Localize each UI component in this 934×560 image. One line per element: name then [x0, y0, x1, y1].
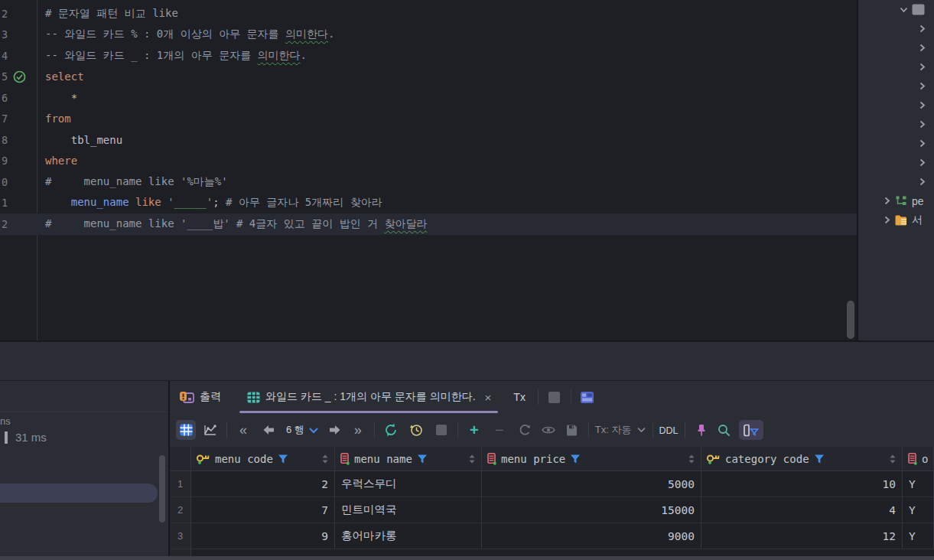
- filter-panel-button[interactable]: [739, 420, 763, 440]
- bottom-scrollbar-strip[interactable]: [0, 556, 934, 560]
- sort-arrows-icon[interactable]: [322, 454, 330, 464]
- table-cell[interactable]: Y: [903, 471, 934, 497]
- tree-item[interactable]: [858, 115, 934, 134]
- code-line[interactable]: 6 *: [0, 87, 857, 109]
- code-line[interactable]: 2# 문자열 패턴 비교 like: [0, 3, 857, 24]
- table-cell[interactable]: 2: [191, 471, 335, 497]
- preview-changes-eye-icon[interactable]: [539, 420, 558, 440]
- column-header-menu_price[interactable]: menu_price: [482, 447, 701, 470]
- last-page-button[interactable]: »: [348, 420, 368, 440]
- next-page-button[interactable]: [325, 420, 345, 440]
- table-cell[interactable]: 4: [701, 497, 903, 523]
- tree-item[interactable]: [858, 172, 934, 191]
- table-cell[interactable]: 7: [191, 497, 335, 523]
- chevron-right-icon[interactable]: [880, 194, 893, 208]
- table-cell[interactable]: 5000: [482, 471, 701, 497]
- save-icon[interactable]: [562, 420, 582, 440]
- sql-editor[interactable]: 2# 문자열 패턴 비교 like3-- 와일드 카드 % : 0개 이상의 아…: [0, 0, 857, 340]
- tree-item[interactable]: [858, 77, 934, 96]
- tree-item[interactable]: pe: [858, 191, 934, 210]
- tx-mode-selector[interactable]: Tx: 자동: [595, 423, 646, 437]
- table-cell[interactable]: 우럭스무디: [335, 471, 482, 497]
- table-cell[interactable]: Y: [903, 523, 934, 549]
- services-scrollbar[interactable]: [159, 455, 165, 523]
- editor-vertical-scrollbar[interactable]: [847, 301, 854, 339]
- table-cell[interactable]: 민트미역국: [335, 497, 482, 523]
- table-cell[interactable]: 15000: [482, 497, 701, 523]
- column-header-o[interactable]: o: [903, 447, 934, 470]
- table-row[interactable]: 27민트미역국150004Y: [170, 497, 934, 523]
- sort-arrows-icon[interactable]: [469, 454, 477, 464]
- tree-item[interactable]: [858, 19, 934, 38]
- layout-board-icon[interactable]: [578, 387, 597, 407]
- filter-funnel-icon[interactable]: [814, 454, 825, 464]
- stop-query-button[interactable]: [431, 420, 451, 440]
- chevron-right-icon[interactable]: [915, 41, 929, 55]
- stop-button[interactable]: [545, 387, 565, 407]
- tree-item[interactable]: 서: [858, 210, 934, 230]
- tab-result-active[interactable]: 와일드 카드 _ : 1개의 아무 문자를 의미한다. ×: [239, 381, 498, 413]
- tree-item[interactable]: [858, 57, 934, 77]
- sort-arrows-icon[interactable]: [890, 454, 897, 464]
- chevron-right-icon[interactable]: [915, 137, 929, 151]
- code-line[interactable]: 0# menu_name like '%마늘%': [0, 171, 857, 193]
- code-line[interactable]: 5select: [0, 67, 857, 88]
- column-header-menu_code[interactable]: menu_code: [191, 447, 335, 470]
- pin-icon[interactable]: [692, 420, 711, 440]
- chevron-right-icon[interactable]: [915, 175, 929, 189]
- sort-arrows-icon[interactable]: [688, 454, 696, 464]
- tab-tx[interactable]: Tx: [507, 381, 532, 413]
- page-size-selector[interactable]: 6 행: [286, 423, 319, 437]
- tree-item[interactable]: [858, 0, 934, 19]
- search-icon[interactable]: [714, 420, 734, 440]
- reload-page-button[interactable]: [381, 420, 401, 440]
- code-line[interactable]: 7from: [0, 109, 857, 130]
- filter-funnel-icon[interactable]: [570, 454, 581, 464]
- chevron-right-icon[interactable]: [880, 213, 893, 227]
- tree-item[interactable]: [858, 153, 934, 172]
- table-cell[interactable]: 9000: [482, 523, 701, 549]
- code-line[interactable]: 9where: [0, 151, 857, 172]
- chevron-right-icon[interactable]: [915, 118, 929, 132]
- chevron-down-icon[interactable]: [897, 3, 910, 17]
- revert-button[interactable]: [515, 420, 535, 440]
- row-number[interactable]: 3: [170, 523, 191, 549]
- code-line[interactable]: 1 menu_name like '_____'; # 아무 글자나 5개짜리 …: [0, 193, 857, 214]
- run-success-icon[interactable]: [11, 70, 44, 83]
- chevron-right-icon[interactable]: [915, 99, 929, 112]
- selected-history-item[interactable]: [0, 483, 158, 503]
- chevron-right-icon[interactable]: [915, 156, 929, 170]
- first-page-button[interactable]: «: [233, 420, 253, 440]
- code-line[interactable]: 4-- 와일드 카드 _ : 1개의 아무 문자를 의미한다.: [0, 45, 857, 67]
- chevron-right-icon[interactable]: [915, 80, 929, 93]
- code-line[interactable]: 8 tbl_menu: [0, 129, 857, 151]
- tab-output[interactable]: 출력: [172, 381, 229, 413]
- table-cell[interactable]: 홍어마카롱: [335, 523, 482, 549]
- previous-page-button[interactable]: [259, 420, 278, 440]
- table-cell[interactable]: 10: [701, 471, 903, 497]
- code-line[interactable]: 3-- 와일드 카드 % : 0개 이상의 아무 문자를 의미한다.: [0, 24, 857, 46]
- tree-item[interactable]: [858, 38, 934, 57]
- row-number[interactable]: 1: [170, 471, 191, 497]
- history-button[interactable]: [406, 420, 426, 440]
- filter-funnel-icon[interactable]: [417, 454, 428, 464]
- table-cell[interactable]: Y: [903, 497, 934, 523]
- chart-view-button[interactable]: [200, 420, 220, 440]
- column-header-category_code[interactable]: category_code: [701, 447, 903, 470]
- ddl-button[interactable]: DDL: [659, 423, 679, 437]
- table-row[interactable]: 12우럭스무디500010Y: [170, 471, 934, 497]
- row-number[interactable]: 2: [170, 497, 191, 523]
- table-cell[interactable]: 9: [191, 523, 335, 549]
- table-cell[interactable]: 12: [701, 523, 903, 549]
- column-header-menu_name[interactable]: menu_name: [335, 447, 482, 470]
- tab-close-icon[interactable]: ×: [483, 391, 494, 404]
- tree-item[interactable]: [858, 96, 934, 115]
- filter-funnel-icon[interactable]: [278, 454, 288, 464]
- chevron-right-icon[interactable]: [915, 22, 929, 36]
- code-line[interactable]: 2# menu_name like '____밥' # 4글자 있고 끝이 밥인…: [0, 213, 857, 235]
- tree-item[interactable]: [858, 134, 934, 153]
- table-row[interactable]: 39홍어마카롱900012Y: [170, 523, 934, 549]
- add-row-button[interactable]: +: [464, 420, 484, 440]
- chevron-right-icon[interactable]: [915, 60, 929, 74]
- delete-row-button[interactable]: −: [490, 420, 509, 440]
